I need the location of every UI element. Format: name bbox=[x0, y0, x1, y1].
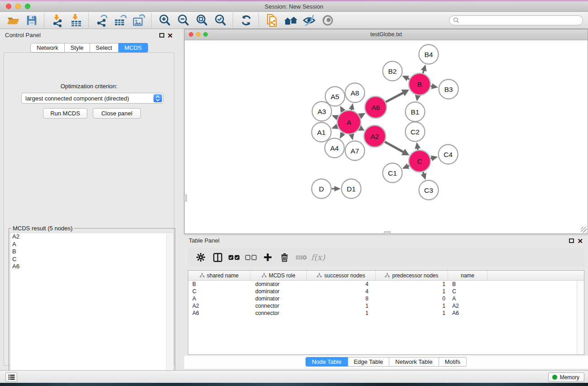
graph-node-C3[interactable]: C3 bbox=[419, 181, 439, 200]
table-row[interactable]: A6connector11A6 bbox=[188, 310, 584, 317]
table-cell[interactable]: dominator bbox=[250, 281, 307, 287]
table-cell[interactable]: A2 bbox=[188, 303, 250, 309]
table-row[interactable]: Cdominator41C bbox=[188, 288, 584, 295]
column-header-shared-name[interactable]: shared name bbox=[188, 271, 250, 280]
graph-node-A5[interactable]: A5 bbox=[325, 87, 345, 106]
column-header-name[interactable]: name bbox=[448, 271, 488, 280]
graph-node-C1[interactable]: C1 bbox=[383, 163, 402, 183]
table-cell[interactable]: 1 bbox=[376, 303, 448, 309]
tab-node-table[interactable]: Node Table bbox=[306, 357, 348, 367]
show-all-button[interactable] bbox=[318, 13, 337, 28]
mcds-result-item[interactable]: A6 bbox=[10, 263, 173, 271]
float-panel-icon[interactable] bbox=[569, 238, 574, 243]
memory-button[interactable]: Memory bbox=[548, 372, 584, 382]
graph-node-C4[interactable]: C4 bbox=[439, 145, 458, 164]
tab-style[interactable]: Style bbox=[65, 43, 90, 52]
import-network-button[interactable] bbox=[48, 13, 67, 28]
mcds-result-list[interactable]: A2ABCA6 bbox=[10, 233, 174, 383]
tab-network[interactable]: Network bbox=[30, 43, 65, 52]
close-panel-button[interactable]: Close panel bbox=[93, 108, 141, 119]
tab-motifs[interactable]: Motifs bbox=[439, 357, 467, 367]
graph-node-B[interactable]: B bbox=[409, 73, 430, 95]
function-builder-button[interactable]: f(x) bbox=[310, 250, 326, 265]
table-cell[interactable]: 4 bbox=[307, 288, 376, 295]
mcds-result-item[interactable]: B bbox=[10, 248, 173, 256]
table-cell[interactable]: 4 bbox=[307, 281, 376, 287]
search-input[interactable] bbox=[461, 16, 579, 25]
close-panel-icon[interactable]: ✕ bbox=[577, 239, 583, 243]
mcds-result-item[interactable]: A2 bbox=[10, 233, 173, 241]
graph-edge-A2-C[interactable] bbox=[385, 142, 404, 152]
frame-resize-grip-corner[interactable] bbox=[581, 227, 587, 233]
select-all-button[interactable] bbox=[226, 250, 243, 265]
tab-mcds[interactable]: MCDS bbox=[119, 43, 148, 52]
zoom-out-button[interactable] bbox=[174, 13, 192, 28]
graph-node-B1[interactable]: B1 bbox=[406, 102, 425, 122]
table-cell[interactable]: C bbox=[188, 288, 250, 295]
add-column-button[interactable] bbox=[259, 250, 276, 265]
scrollbar-track[interactable] bbox=[166, 233, 173, 382]
mcds-result-item[interactable]: C bbox=[10, 256, 173, 263]
delete-column-button[interactable] bbox=[276, 250, 293, 265]
export-network-button[interactable] bbox=[92, 13, 111, 28]
frame-resize-grip-left[interactable] bbox=[184, 195, 187, 201]
tab-edge-table[interactable]: Edge Table bbox=[348, 357, 389, 367]
table-cell[interactable]: 1 bbox=[376, 281, 448, 287]
graph-node-C2[interactable]: C2 bbox=[406, 122, 425, 142]
unselect-all-button[interactable] bbox=[243, 250, 259, 265]
graph-node-A[interactable]: A bbox=[337, 110, 361, 134]
network-from-file-button[interactable] bbox=[263, 13, 281, 28]
table-cell[interactable]: 0 bbox=[376, 295, 448, 302]
graph-node-A8[interactable]: A8 bbox=[345, 83, 365, 103]
table-cell[interactable]: A2 bbox=[448, 303, 488, 309]
table-row[interactable]: Bdominator41B bbox=[188, 281, 584, 288]
graph-node-A6[interactable]: A6 bbox=[365, 96, 387, 118]
zoom-selected-button[interactable] bbox=[211, 13, 229, 28]
graph-node-C[interactable]: C bbox=[409, 150, 430, 172]
graph-node-B4[interactable]: B4 bbox=[419, 45, 439, 64]
table-cell[interactable]: A bbox=[188, 295, 250, 302]
column-header-successor-nodes[interactable]: successor nodes bbox=[307, 271, 376, 280]
graph-node-A1[interactable]: A1 bbox=[312, 123, 331, 142]
graph-node-A2[interactable]: A2 bbox=[364, 125, 386, 147]
graph-node-A4[interactable]: A4 bbox=[325, 138, 344, 158]
table-cell[interactable]: dominator bbox=[250, 295, 307, 302]
table-cell[interactable]: dominator bbox=[250, 288, 307, 295]
zoom-in-button[interactable] bbox=[155, 13, 174, 28]
table-cell[interactable]: 1 bbox=[376, 310, 448, 316]
task-history-button[interactable] bbox=[5, 372, 17, 382]
zoom-fit-button[interactable] bbox=[192, 13, 211, 28]
export-image-button[interactable] bbox=[129, 13, 148, 28]
graph-node-A3[interactable]: A3 bbox=[312, 102, 332, 121]
frame-resize-grip-bottom[interactable] bbox=[384, 231, 391, 234]
table-cell[interactable]: 1 bbox=[376, 288, 448, 295]
table-cell[interactable]: C bbox=[448, 288, 488, 295]
graph-node-B3[interactable]: B3 bbox=[439, 80, 459, 99]
mcds-result-item[interactable]: A bbox=[10, 241, 173, 248]
table-cell[interactable]: 1 bbox=[307, 310, 376, 316]
close-panel-icon[interactable]: ✕ bbox=[167, 33, 173, 38]
table-row[interactable]: Adominator80A bbox=[188, 295, 584, 302]
home-views-button[interactable] bbox=[281, 13, 300, 28]
table-cell[interactable]: 8 bbox=[307, 295, 376, 302]
open-session-button[interactable] bbox=[4, 13, 22, 28]
table-cell[interactable]: connector bbox=[250, 303, 307, 309]
graph-node-A7[interactable]: A7 bbox=[345, 141, 365, 161]
table-settings-button[interactable] bbox=[192, 250, 209, 265]
table-cell[interactable]: B bbox=[188, 281, 250, 287]
table-cell[interactable]: B bbox=[448, 281, 488, 287]
table-cell[interactable]: A6 bbox=[448, 310, 488, 316]
table-cell[interactable]: 1 bbox=[307, 303, 376, 309]
table-scrollbar-track[interactable] bbox=[577, 281, 583, 354]
column-header-predecessor-nodes[interactable]: predecessor nodes bbox=[376, 271, 448, 280]
tab-select[interactable]: Select bbox=[90, 43, 119, 52]
export-table-button[interactable] bbox=[111, 13, 129, 28]
network-window-titlebar[interactable]: testGlobe.txt bbox=[185, 29, 588, 40]
graph-node-B2[interactable]: B2 bbox=[383, 62, 402, 81]
graph-edge-A6-B[interactable] bbox=[386, 92, 404, 102]
import-table-button[interactable] bbox=[67, 13, 85, 28]
float-panel-icon[interactable] bbox=[159, 33, 164, 38]
table-cell[interactable]: A bbox=[448, 295, 488, 302]
network-canvas[interactable]: AA1A2A3A4A5A6A7A8BB1B2B3B4CC1C2C3C4DD1 bbox=[185, 40, 588, 234]
delete-table-button[interactable] bbox=[293, 250, 310, 265]
